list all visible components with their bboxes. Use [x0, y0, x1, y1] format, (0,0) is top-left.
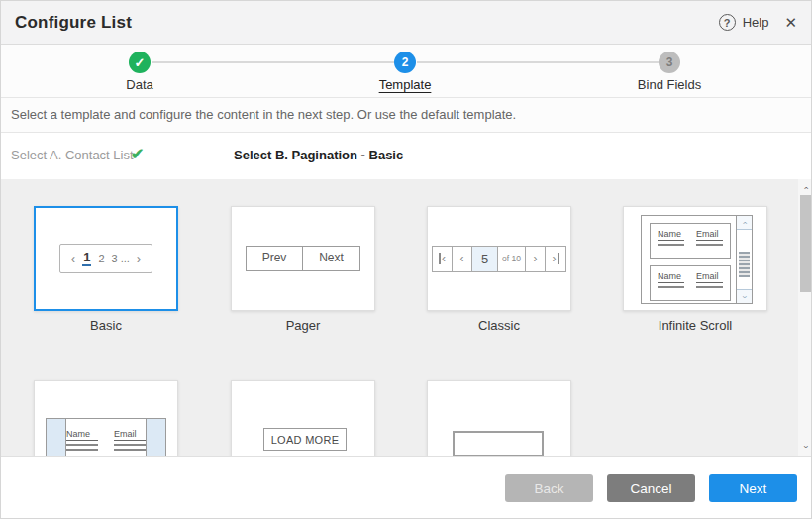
text-line — [696, 244, 723, 246]
scrollbar-thumb[interactable] — [800, 195, 811, 292]
email-header: Email — [696, 271, 723, 283]
pager-preview: Prev Next — [232, 207, 374, 310]
load-more-button-preview: LOAD MORE — [263, 428, 347, 451]
check-icon: ✓ — [135, 55, 146, 70]
gallery-scrollbar[interactable]: › › — [798, 179, 812, 456]
template-card-load-more[interactable]: LOAD MORE — [231, 380, 375, 456]
select-a-label: Select A. Contact List — [11, 148, 134, 162]
step-data-circle[interactable]: ✓ — [129, 52, 151, 73]
prev-button-preview: Prev — [247, 247, 303, 270]
scroll-up-icon: › — [737, 216, 752, 230]
text-line — [114, 449, 146, 451]
close-icon[interactable]: ✕ — [784, 15, 797, 30]
scroll-down-icon[interactable]: › — [798, 440, 812, 454]
selection-summary: Select A. Contact List ✔ Select B. Pagin… — [1, 133, 812, 179]
stepper-connector — [152, 61, 394, 63]
text-line — [66, 444, 98, 446]
step-bind-fields-label: Bind Fields — [600, 77, 739, 92]
dialog-header: Configure List ? Help ✕ — [1, 1, 812, 45]
cancel-button[interactable]: Cancel — [607, 474, 695, 502]
header-actions: ? Help ✕ — [719, 14, 797, 31]
basic-preview: ‹ 1 2 3 ... › — [36, 208, 176, 309]
pager-buttons: Prev Next — [246, 246, 360, 271]
chevron-left-icon: ‹ — [70, 252, 75, 265]
template-card-infinite-scroll[interactable]: Name Email Name Email › › — [623, 206, 767, 311]
stepper-connector — [417, 61, 659, 63]
next-button[interactable]: Next — [709, 474, 797, 502]
classic-pagination: ‹ ‹ 5 of 10 › › — [432, 246, 566, 272]
preview-scrollbar: › › — [736, 216, 752, 303]
scroll-up-icon[interactable]: › — [798, 181, 812, 195]
template-gallery: ‹ 1 2 3 ... › Prev Next ‹ ‹ — [1, 179, 812, 456]
chevron-left-icon: ‹ — [47, 419, 66, 456]
configure-list-dialog: Configure List ? Help ✕ ✓ 2 3 Data Templ… — [0, 0, 812, 519]
template-label-infinite-scroll: Infinite Scroll — [623, 318, 767, 333]
pagination-preview: ‹ 1 2 3 ... › — [59, 244, 152, 273]
chevron-left-icon: ‹ — [453, 247, 472, 271]
page-count: of 10 — [498, 247, 526, 271]
page-2: 2 — [98, 253, 104, 264]
text-line — [658, 244, 684, 246]
text-line — [658, 286, 684, 288]
scrollbar-thumb — [739, 252, 750, 277]
dialog-footer: Back Cancel Next — [1, 456, 812, 519]
chevron-right-icon: › — [137, 252, 142, 265]
template-label-basic: Basic — [34, 318, 178, 333]
template-label-classic: Classic — [427, 318, 571, 333]
page-1: 1 — [82, 251, 91, 266]
step-bind-fields-circle[interactable]: 3 — [659, 52, 680, 73]
first-page-icon: ‹ — [433, 247, 453, 271]
email-header: Email — [696, 229, 723, 241]
email-header: Email — [114, 429, 146, 441]
template-card-blank[interactable] — [427, 380, 571, 456]
chevron-right-icon: › — [146, 419, 165, 456]
template-card-horizontal-scroll[interactable]: ‹ Name Email › — [34, 380, 178, 456]
step-template-label: Template — [336, 77, 474, 92]
template-card-classic[interactable]: ‹ ‹ 5 of 10 › › — [427, 206, 571, 311]
step-number: 3 — [666, 55, 673, 69]
select-b-label: Select B. Pagination - Basic — [234, 148, 403, 162]
infinite-scroll-preview: Name Email Name Email › › — [641, 215, 753, 304]
record-preview: Name Email — [650, 265, 731, 301]
next-button-preview: Next — [303, 247, 359, 270]
page-title: Configure List — [15, 13, 132, 33]
check-icon: ✔ — [131, 145, 144, 163]
classic-preview: ‹ ‹ 5 of 10 › › — [428, 207, 570, 310]
text-line — [66, 449, 98, 451]
text-line — [114, 444, 146, 446]
template-card-pager[interactable]: Prev Next — [231, 206, 375, 311]
page-3: 3 ... — [112, 253, 130, 264]
step-template-circle[interactable]: 2 — [394, 52, 416, 73]
back-button[interactable]: Back — [505, 474, 593, 502]
record-preview: Name Email — [650, 223, 731, 259]
text-line — [696, 286, 723, 288]
help-button[interactable]: ? Help — [719, 14, 769, 31]
name-header: Name — [658, 271, 684, 283]
horizontal-scroll-preview: ‹ Name Email › — [46, 418, 166, 456]
name-header: Name — [66, 429, 98, 441]
instruction-text: Select a template and configure the cont… — [1, 98, 812, 133]
template-label-pager: Pager — [231, 318, 375, 333]
help-label[interactable]: Help — [743, 15, 769, 30]
help-icon[interactable]: ? — [719, 14, 736, 31]
blank-box-preview — [453, 431, 544, 456]
name-header: Name — [658, 229, 684, 241]
step-number: 2 — [402, 55, 409, 69]
template-card-basic[interactable]: ‹ 1 2 3 ... › — [34, 206, 178, 311]
current-page: 5 — [472, 247, 498, 271]
record-preview: Name Email — [66, 429, 146, 451]
last-page-icon: › — [546, 247, 565, 271]
chevron-right-icon: › — [526, 247, 546, 271]
step-data-label: Data — [70, 77, 209, 92]
wizard-stepper: ✓ 2 3 Data Template Bind Fields — [1, 45, 812, 98]
scroll-down-icon: › — [737, 289, 752, 303]
